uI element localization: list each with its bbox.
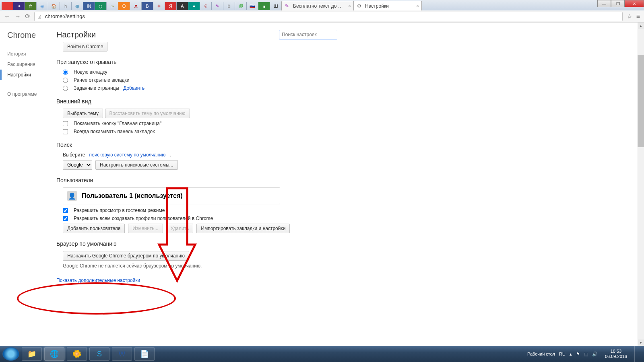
- gear-icon: ⚙: [357, 3, 363, 9]
- avatar-icon: 👤: [67, 191, 77, 201]
- pinned-tab[interactable]: ◍: [72, 2, 83, 10]
- taskbar-explorer[interactable]: 📁: [22, 347, 42, 361]
- url-text: chrome://settings: [45, 13, 85, 19]
- maximize-button[interactable]: ❐: [611, 0, 625, 7]
- current-user-box[interactable]: 👤 Пользователь 1 (используется): [63, 187, 280, 204]
- pinned-tab[interactable]: ᴥ: [130, 2, 142, 10]
- system-tray: Рабочий стол RU ▴ ⚑ ⬚ 🔊 10:53 06.09.2016: [527, 346, 642, 362]
- show-desktop-label[interactable]: Рабочий стол: [527, 352, 555, 356]
- pinned-tab[interactable]: fr: [25, 2, 37, 10]
- minimize-button[interactable]: —: [597, 0, 611, 7]
- pinned-tab[interactable]: 🗎: [223, 2, 235, 10]
- radio-set-pages[interactable]: Заданные страницы Добавить: [63, 85, 644, 91]
- pinned-tab[interactable]: 🏠: [48, 2, 60, 10]
- tab-favicon: ✎: [285, 3, 291, 9]
- manage-search-engines-button[interactable]: Настроить поисковые системы...: [95, 160, 178, 170]
- pinned-tab[interactable]: ☀: [153, 2, 165, 10]
- window-controls: — ❐ ✕: [597, 0, 644, 7]
- pinned-tab[interactable]: ●: [188, 2, 200, 10]
- pinned-tab[interactable]: ©: [200, 2, 212, 10]
- show-advanced-link[interactable]: Показать дополнительные настройки: [56, 278, 140, 283]
- reset-theme-button[interactable]: Восстановить тему по умолчанию: [105, 109, 190, 118]
- pinned-tab[interactable]: ∎: [258, 2, 270, 10]
- choose-theme-button[interactable]: Выбрать тему: [63, 109, 103, 118]
- pinned-tab[interactable]: Ш: [270, 2, 282, 10]
- pinned-tab[interactable]: ◎: [95, 2, 107, 10]
- current-user-label: Пользователь 1 (используется): [82, 192, 182, 200]
- delete-user-button[interactable]: Удалить: [166, 224, 194, 233]
- pinned-tab[interactable]: IN: [83, 2, 95, 10]
- tab-settings[interactable]: ⚙ Настройки ×: [353, 1, 422, 10]
- tray-volume-icon[interactable]: 🔊: [592, 352, 598, 357]
- search-engine-select[interactable]: Google: [63, 160, 92, 170]
- radio-continue[interactable]: Ранее открытые вкладки: [63, 77, 644, 83]
- tab-text[interactable]: ✎ Бесплатно текст до 2 000 ×: [281, 1, 354, 10]
- section-users-heading: Пользователи: [56, 177, 644, 183]
- show-desktop-button[interactable]: [634, 346, 640, 362]
- language-indicator[interactable]: RU: [559, 352, 566, 356]
- pinned-tab[interactable]: O: [118, 2, 130, 10]
- taskbar-chrome[interactable]: 🌐: [44, 347, 64, 361]
- checkbox-bookmarks-bar[interactable]: Всегда показывать панель закладок: [63, 129, 644, 134]
- tray-action-icon[interactable]: ⬚: [584, 352, 588, 357]
- taskbar-app2[interactable]: 📄: [134, 347, 155, 361]
- sidebar-item-history[interactable]: История: [7, 49, 56, 59]
- pinned-tab[interactable]: B: [142, 2, 153, 10]
- back-button[interactable]: ←: [4, 13, 10, 20]
- page-title: Настройки: [56, 30, 96, 39]
- reload-button[interactable]: ⟳: [25, 12, 30, 20]
- settings-search-input[interactable]: [279, 30, 337, 39]
- sidebar: Chrome История Расширения Настройки О пр…: [0, 23, 56, 346]
- forward-button[interactable]: →: [14, 13, 21, 20]
- start-button[interactable]: [2, 347, 19, 361]
- pinned-tab[interactable]: h: [60, 2, 72, 10]
- section-startup-heading: При запуске открывать: [56, 59, 644, 65]
- import-bookmarks-button[interactable]: Импортировать закладки и настройки: [196, 224, 290, 233]
- sidebar-item-extensions[interactable]: Расширения: [7, 59, 56, 70]
- taskbar-skype[interactable]: S: [89, 347, 109, 361]
- checkbox-home-button[interactable]: Показывать кнопку "Главная страница": [63, 121, 644, 126]
- browser-tabstrip: ✦ fr ◉ 🏠 h ◍ IN ◎ ∞ O ᴥ B ☀ Я A ● © ✎ 🗎 …: [0, 0, 644, 10]
- menu-icon[interactable]: ≡: [636, 13, 640, 20]
- address-bar[interactable]: 🗎 chrome://settings: [34, 12, 623, 21]
- pinned-tab[interactable]: ✦: [13, 2, 25, 10]
- radio-new-tab[interactable]: Новую вкладку: [63, 69, 644, 75]
- tab-label: Настройки: [365, 3, 389, 9]
- make-default-browser-button[interactable]: Назначить Google Chrome браузером по умо…: [63, 251, 189, 261]
- pinned-tab[interactable]: 🗐: [235, 2, 247, 10]
- section-appearance-heading: Внешний вид: [56, 98, 644, 105]
- add-user-button[interactable]: Добавить пользователя: [63, 224, 125, 233]
- close-tab-icon[interactable]: ×: [348, 3, 351, 9]
- pinned-tab[interactable]: Я: [165, 2, 177, 10]
- settings-main: Настройки Войти в Chrome При запуске отк…: [56, 23, 644, 346]
- checkbox-guest-mode[interactable]: Разрешить просмотр в гостевом режиме: [63, 208, 644, 213]
- pinned-tab[interactable]: [2, 2, 13, 10]
- tray-up-icon[interactable]: ▴: [570, 352, 572, 357]
- scrollbar-thumb[interactable]: [638, 55, 644, 147]
- pinned-tab[interactable]: A: [177, 2, 188, 10]
- edit-user-button[interactable]: Изменить...: [128, 224, 163, 233]
- pinned-tab[interactable]: ◉: [37, 2, 48, 10]
- scroll-down-button[interactable]: ▼: [638, 339, 644, 346]
- pinned-tab[interactable]: 🇷🇺: [247, 2, 258, 10]
- clock[interactable]: 10:53 06.09.2016: [602, 349, 630, 359]
- taskbar-app[interactable]: 🌼: [67, 347, 87, 361]
- add-pages-link[interactable]: Добавить: [123, 85, 144, 91]
- tab-label: Бесплатно текст до 2 000: [293, 3, 345, 9]
- section-search-heading: Поиск: [56, 142, 644, 148]
- sidebar-item-about[interactable]: О программе: [7, 89, 56, 99]
- taskbar-word[interactable]: W: [112, 347, 132, 361]
- toolbar: ← → ⟳ 🗎 chrome://settings ☆ ≡: [0, 10, 644, 23]
- default-search-link[interactable]: поисковую систему по умолчанию: [89, 152, 165, 158]
- close-tab-icon[interactable]: ×: [416, 3, 419, 9]
- sidebar-item-settings[interactable]: Настройки: [0, 70, 56, 80]
- windows-taskbar: 📁 🌐 🌼 S W 📄 Рабочий стол RU ▴ ⚑ ⬚ 🔊 10:5…: [0, 346, 644, 362]
- scroll-up-button[interactable]: ▲: [638, 23, 644, 29]
- close-window-button[interactable]: ✕: [625, 0, 644, 7]
- signin-chrome-button[interactable]: Войти в Chrome: [63, 42, 107, 51]
- pinned-tab[interactable]: ✎: [212, 2, 223, 10]
- checkbox-allow-profiles[interactable]: Разрешить всем создавать профили пользов…: [63, 216, 644, 221]
- pinned-tab[interactable]: ∞: [107, 2, 118, 10]
- bookmark-star-icon[interactable]: ☆: [627, 12, 632, 20]
- tray-flag-icon[interactable]: ⚑: [576, 352, 580, 357]
